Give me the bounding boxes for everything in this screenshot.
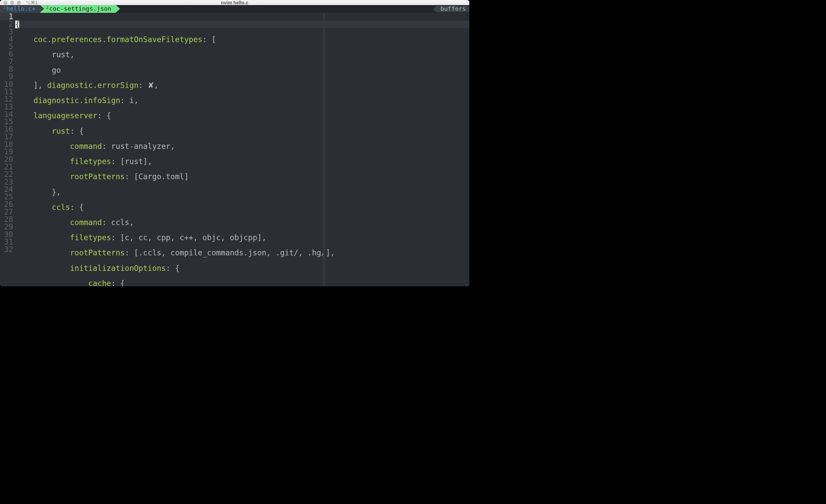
line-number: 21 [0,163,13,170]
line-number: 24 [0,186,13,193]
code-line: languageserver: { [15,112,469,119]
code-line: command: ccls, [15,219,469,226]
line-number: 31 [0,238,13,246]
code-line: command: rust-analyzer, [15,143,469,150]
line-number: 22 [0,170,13,178]
code-line: ], diagnostic.errorSign: ✘, [15,82,469,89]
editor[interactable]: 1 2 3 4 5 6 7 8 9 10 11 12 13 14 15 16 1… [0,13,469,286]
tab-number: 1 [3,6,6,9]
line-number: 20 [0,156,13,163]
line-number: 3 [0,28,13,35]
tab-coc-settings[interactable]: 2 coc-settings.json [40,5,116,13]
line-number: 9 [0,73,13,80]
tab-label: hello.c+ [6,6,36,12]
window: ⌥⌘1 nvim hello.c 1 hello.c+ 2 coc-settin… [0,0,469,286]
code-line: rust: { [15,127,469,135]
tab-separator-icon [116,5,120,12]
titlebar: ⌥⌘1 nvim hello.c [0,0,469,5]
code-line: rust, [15,51,469,58]
titlebar-shortcut: ⌥⌘1 [26,0,37,5]
code-line: { [15,21,469,28]
code-line: filetypes: [c, cc, cpp, c++, objc, objcp… [15,234,469,241]
line-number: 18 [0,140,13,148]
terminal[interactable]: 1 hello.c+ 2 coc-settings.json buffers 1… [0,5,469,286]
tab-label: coc-settings.json [49,6,111,12]
line-number: 4 [0,35,13,43]
error-sign-icon: ✘ [148,81,154,90]
line-number: 32 [0,246,13,253]
line-number: 11 [0,88,13,95]
line-number: 13 [0,103,13,111]
tab-separator-icon [40,5,44,12]
line-number: 12 [0,95,13,103]
line-number: 26 [0,200,13,208]
separator-icon [433,5,437,13]
line-number: 28 [0,216,13,223]
line-number: 5 [0,43,13,50]
line-number: 17 [0,133,13,140]
zoom-icon[interactable] [17,1,21,5]
code-line: initializationOptions: { [15,264,469,272]
line-number: 14 [0,111,13,118]
code-line: coc.preferences.formatOnSaveFiletypes: [ [15,36,469,43]
tabline: 1 hello.c+ 2 coc-settings.json buffers [0,5,469,13]
code-line: }, [15,188,469,196]
code-line: go [15,66,469,74]
buffers-label[interactable]: buffers [437,6,469,12]
line-number: 8 [0,65,13,73]
tab-hello-c[interactable]: 1 hello.c+ [0,5,40,13]
code-content[interactable]: { coc.preferences.formatOnSaveFiletypes:… [15,13,469,286]
tab-number: 2 [46,6,49,9]
line-number: 19 [0,148,13,155]
line-number: 29 [0,223,13,230]
line-number: 16 [0,125,13,133]
code-line: filetypes: [rust], [15,158,469,165]
line-number: 25 [0,193,13,200]
line-number: 15 [0,118,13,125]
line-number: 30 [0,231,13,238]
vertical-split[interactable] [323,13,325,286]
code-line: rootPatterns: [Cargo.toml] [15,173,469,180]
line-number: 1 [0,13,13,20]
line-number: 27 [0,208,13,216]
minimize-icon[interactable] [10,1,14,5]
line-number: 6 [0,50,13,58]
traffic-lights [3,1,21,5]
code-line: cache: { [15,280,469,286]
line-number: 10 [0,81,13,88]
tabline-right: buffers [433,5,469,13]
window-title: nvim hello.c [0,0,469,5]
code-line: diagnostic.infoSign: i, [15,97,469,104]
line-number: 2 [0,20,13,28]
line-number-gutter: 1 2 3 4 5 6 7 8 9 10 11 12 13 14 15 16 1… [0,13,15,286]
cursor: { [15,21,19,28]
code-line: ccls: { [15,203,469,211]
code-line: rootPatterns: [.ccls, compile_commands.j… [15,249,469,256]
line-number: 7 [0,58,13,65]
line-number: 23 [0,178,13,186]
close-icon[interactable] [3,1,7,5]
